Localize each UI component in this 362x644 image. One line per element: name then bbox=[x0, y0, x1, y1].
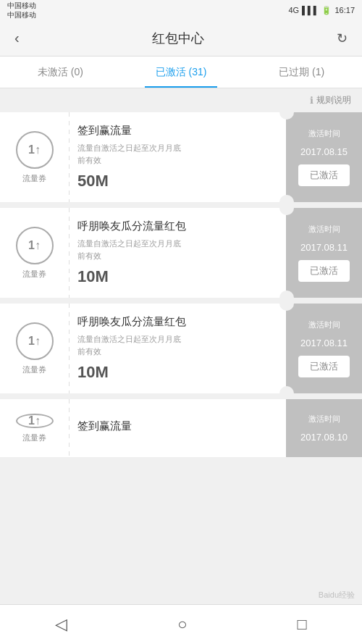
activated-button-2[interactable]: 已激活 bbox=[298, 260, 350, 282]
coupon-value-3: 10M bbox=[77, 363, 277, 382]
status-icons: 4G ▌▌▌ 🔋 16:17 bbox=[288, 6, 355, 15]
activate-time-value-4: 2017.08.10 bbox=[300, 432, 348, 443]
coupon-name-4: 签到赢流量 bbox=[77, 419, 277, 433]
time-display: 16:17 bbox=[334, 6, 355, 14]
coupon-card-3: 1↑ 流量券 呼朋唤友瓜分流量红包 流量自激活之日起至次月月底前有效 10M 激… bbox=[0, 304, 362, 393]
activated-button-1[interactable]: 已激活 bbox=[298, 164, 350, 186]
coupon-value-1: 50M bbox=[77, 172, 277, 191]
carrier1: 中国移动 bbox=[7, 1, 36, 10]
coupon-right-3: 激活时间 2017.08.11 已激活 bbox=[286, 304, 362, 393]
activate-time-value-1: 2017.08.15 bbox=[300, 146, 348, 157]
coupon-name-2: 呼朋唤友瓜分流量红包 bbox=[77, 219, 277, 233]
nav-home-button[interactable]: ○ bbox=[177, 615, 187, 634]
carrier-info: 中国移动 中国移动 bbox=[7, 1, 36, 20]
tab-inactive[interactable]: 未激活 (0) bbox=[0, 57, 121, 88]
coupon-value-2: 10M bbox=[77, 267, 277, 286]
activate-time-label-4: 激活时间 bbox=[308, 414, 340, 425]
coupon-mid-4: 签到赢流量 bbox=[69, 399, 286, 457]
activated-button-3[interactable]: 已激活 bbox=[298, 356, 350, 377]
activate-time-value-2: 2017.08.11 bbox=[300, 242, 348, 253]
carrier2: 中国移动 bbox=[7, 10, 36, 20]
coupon-name-1: 签到赢流量 bbox=[77, 124, 277, 138]
coupon-icon-2: 1↑ bbox=[16, 227, 54, 264]
bottom-nav: ◁ ○ □ bbox=[0, 604, 362, 644]
coupon-type-2: 流量券 bbox=[22, 269, 46, 280]
page-title: 红包中心 bbox=[152, 30, 204, 47]
signal-bars: ▌▌▌ bbox=[302, 6, 319, 14]
network-icon: 4G bbox=[288, 6, 299, 14]
activate-time-label-2: 激活时间 bbox=[308, 224, 340, 235]
coupon-name-3: 呼朋唤友瓜分流量红包 bbox=[77, 315, 277, 329]
coupon-icon-1: 1↑ bbox=[16, 131, 54, 169]
coupon-right-2: 激活时间 2017.08.11 已激活 bbox=[286, 208, 362, 298]
tab-active[interactable]: 已激活 (31) bbox=[121, 57, 242, 88]
tab-bar: 未激活 (0) 已激活 (31) 已过期 (1) bbox=[0, 57, 362, 88]
info-icon: ℹ bbox=[310, 95, 313, 106]
header: ‹ 红包中心 ↻ bbox=[0, 20, 362, 57]
coupon-mid-3: 呼朋唤友瓜分流量红包 流量自激活之日起至次月月底前有效 10M bbox=[69, 304, 286, 393]
rules-hint-text[interactable]: 规则说明 bbox=[316, 94, 351, 106]
coupon-mid-2: 呼朋唤友瓜分流量红包 流量自激活之日起至次月月底前有效 10M bbox=[69, 208, 286, 298]
activate-time-value-3: 2017.08.11 bbox=[300, 338, 348, 348]
status-bar: 中国移动 中国移动 4G ▌▌▌ 🔋 16:17 bbox=[0, 0, 362, 20]
coupon-icon-4: 1↑ bbox=[16, 414, 54, 428]
coupon-right-4: 激活时间 2017.08.10 bbox=[286, 399, 362, 457]
coupon-mid-1: 签到赢流量 流量自激活之日起至次月月底前有效 50M bbox=[69, 112, 286, 202]
coupon-desc-3: 流量自激活之日起至次月月底前有效 bbox=[77, 333, 277, 357]
activate-time-label-1: 激活时间 bbox=[308, 128, 340, 139]
nav-back-button[interactable]: ◁ bbox=[55, 615, 67, 634]
refresh-button[interactable]: ↻ bbox=[333, 27, 351, 50]
battery-icon: 🔋 bbox=[321, 6, 332, 15]
coupon-left-4: 1↑ 流量券 bbox=[0, 399, 69, 457]
activate-time-label-3: 激活时间 bbox=[308, 319, 340, 330]
coupon-icon-3: 1↑ bbox=[16, 322, 54, 360]
nav-recents-button[interactable]: □ bbox=[298, 615, 307, 634]
baidu-watermark: Baidu经验 bbox=[319, 590, 355, 601]
coupon-left-1: 1↑ 流量券 bbox=[0, 112, 69, 202]
back-button[interactable]: ‹ bbox=[11, 26, 23, 50]
coupon-type-3: 流量券 bbox=[22, 364, 46, 375]
coupon-desc-1: 流量自激活之日起至次月月底前有效 bbox=[77, 142, 277, 166]
coupon-card-1: 1↑ 流量券 签到赢流量 流量自激活之日起至次月月底前有效 50M 激活时间 2… bbox=[0, 112, 362, 202]
rules-hint-bar: ℹ 规则说明 bbox=[0, 88, 362, 112]
coupon-right-1: 激活时间 2017.08.15 已激活 bbox=[286, 112, 362, 202]
coupon-card-2: 1↑ 流量券 呼朋唤友瓜分流量红包 流量自激活之日起至次月月底前有效 10M 激… bbox=[0, 208, 362, 298]
coupon-left-2: 1↑ 流量券 bbox=[0, 208, 69, 298]
coupon-type-1: 流量券 bbox=[22, 173, 46, 184]
tab-expired[interactable]: 已过期 (1) bbox=[241, 57, 362, 88]
coupon-list: 1↑ 流量券 签到赢流量 流量自激活之日起至次月月底前有效 50M 激活时间 2… bbox=[0, 112, 362, 603]
coupon-type-4: 流量券 bbox=[22, 432, 46, 443]
coupon-desc-2: 流量自激活之日起至次月月底前有效 bbox=[77, 238, 277, 262]
coupon-card-4: 1↑ 流量券 签到赢流量 激活时间 2017.08.10 bbox=[0, 399, 362, 457]
coupon-left-3: 1↑ 流量券 bbox=[0, 304, 69, 393]
